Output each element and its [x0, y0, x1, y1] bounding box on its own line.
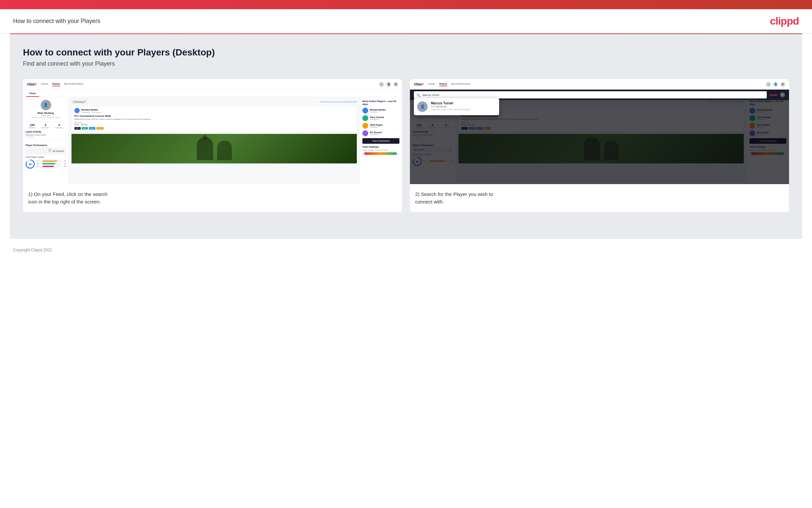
- mini-team-dashboard-button[interactable]: Team Dashboard: [363, 138, 399, 144]
- mini-player-row-4: Eli Vincent Activities: 1: [363, 130, 399, 136]
- mini-user-club: Mill Ride Golf Club, United Kingdom: [26, 117, 66, 119]
- top-gradient-bar: [0, 0, 812, 9]
- mini-player-details-2: Piers Parnell Activities: 4: [370, 116, 399, 120]
- mini-user-icon-2[interactable]: 👤: [773, 82, 778, 87]
- mini-nav-items: Home Teams My Performance: [41, 82, 375, 86]
- mini-stats-row: 129 Activities 3 Followers 4 Following: [26, 123, 66, 129]
- page-title: How to connect with your Players: [13, 18, 100, 25]
- mini-activity-desc: Walking the course with my coach to buil…: [75, 118, 354, 120]
- mini-dropdown-player-name: Eli Vincent: [53, 150, 63, 152]
- mini-body: 👤 Blair McHarg Golf Coach Mill Ride Golf…: [23, 97, 402, 184]
- mini-app-1: clippd Home Teams My Performance 🔍 👤 ⚙: [23, 79, 402, 184]
- mini-nav-home[interactable]: Home: [41, 82, 48, 86]
- mini-player-name-3: Hiral Pujara: [370, 124, 399, 126]
- mini-right-panel: Most Active Players - Last 30 days Richa…: [360, 97, 402, 184]
- search-results-dropdown: 👤 Marcus Turner 1-5 Handicap Cypress Poi…: [414, 98, 499, 115]
- mini-followers-count: 3: [42, 123, 50, 127]
- screenshot-block-2: clippd Home Teams My Performance 🔍 👤 ⚙: [410, 79, 789, 212]
- search-input-area[interactable]: 🔍 Marcus Turner: [414, 91, 767, 98]
- mini-left-panel: 👤 Blair McHarg Golf Coach Mill Ride Golf…: [23, 97, 69, 184]
- mini-player-name-1: Richard Butler: [370, 109, 399, 111]
- mini-player-acts-1: Activities: 7: [370, 111, 399, 113]
- clear-button[interactable]: CLEAR: [769, 94, 777, 96]
- mini-search-icon[interactable]: 🔍: [379, 82, 384, 87]
- mini-player-row-1: Richard Butler Activities: 7: [363, 108, 399, 114]
- caption-text-2: 2) Search for the Player you wish toconn…: [415, 190, 784, 205]
- mini-activities-label: Activities: [29, 127, 36, 129]
- mini-nav-teams-2[interactable]: Teams: [439, 82, 447, 86]
- mini-heatmap-scale: -5 +5: [363, 152, 399, 155]
- main-section: How to connect with your Players (Deskto…: [10, 34, 802, 239]
- feed-tab-bar: Feed: [23, 90, 402, 97]
- mini-duration-value: 02 hr : 00 min: [75, 123, 354, 126]
- mini-nav-perf-2[interactable]: My Performance: [451, 82, 471, 86]
- mini-settings-icon[interactable]: ⚙: [393, 82, 398, 87]
- screenshot-frame-2: clippd Home Teams My Performance 🔍 👤 ⚙: [410, 79, 789, 184]
- mini-player-perf-title: Player Performance: [26, 144, 66, 146]
- mini-nav-items-2: Home Teams My Performance: [428, 82, 762, 86]
- search-result-name: Marcus Turner: [431, 101, 471, 105]
- mini-nav-icons: 🔍 👤 ⚙: [379, 82, 398, 87]
- mini-player-performance-section: Player Performance Eli Vincent ▾ Total P…: [26, 140, 66, 169]
- mini-nav-home-2[interactable]: Home: [428, 82, 435, 86]
- mini-tag-app: APP: [82, 127, 88, 130]
- mini-tag-putt: PUTT: [96, 127, 104, 130]
- mini-dropdown-arrow: ▾: [63, 150, 64, 152]
- mini-activity-author-name: Richard Butler: [81, 108, 354, 111]
- hero-subtitle: Find and connect with your Players: [23, 60, 789, 67]
- mini-tag-arg: ARG: [89, 127, 95, 130]
- logo-text-main: clipp: [770, 15, 793, 27]
- mini-activity-card: Richard Butler Yesterday · The Grove Pre…: [71, 106, 357, 132]
- mini-navbar-2: clippd Home Teams My Performance 🔍 👤 ⚙: [410, 79, 789, 90]
- mini-search-icon-2[interactable]: 🔍: [766, 82, 771, 87]
- mini-player-acts-3: Activities: 3: [370, 126, 399, 128]
- caption-text-1: 1) On your Feed, click on the searchicon…: [28, 190, 397, 205]
- caption-area-1: 1) On your Feed, click on the searchicon…: [23, 184, 402, 212]
- mini-following-row: Following ▾ Control who can see your act…: [71, 100, 357, 104]
- caption-area-2: 2) Search for the Player you wish toconn…: [410, 184, 789, 212]
- mini-user-icon[interactable]: 👤: [386, 82, 391, 87]
- search-result-handicap: 1-5 Handicap: [431, 105, 471, 108]
- clippd-logo: clippd: [770, 15, 799, 27]
- screenshots-row: clippd Home Teams My Performance 🔍 👤 ⚙: [23, 79, 789, 212]
- mini-activity-author-avatar: [75, 108, 80, 113]
- mini-nav-icons-2: 🔍 👤 ⚙: [766, 82, 785, 87]
- mini-nav-performance[interactable]: My Performance: [64, 82, 84, 86]
- mini-dropdown-avatar: [48, 148, 52, 152]
- search-icon: 🔍: [417, 93, 420, 97]
- mini-score-value: 84: [27, 161, 34, 168]
- search-result-location: Cypress Point Club, United Kingdom: [431, 108, 471, 111]
- mini-center-panel: Following ▾ Control who can see your act…: [69, 97, 360, 184]
- mini-app-2: clippd Home Teams My Performance 🔍 👤 ⚙: [410, 79, 789, 184]
- mini-bar-arg: ARG 61: [36, 165, 66, 167]
- mini-player-dropdown[interactable]: Eli Vincent ▾: [26, 147, 66, 155]
- mini-bar-app: APP 70: [36, 163, 66, 165]
- mini-player-avatar-1: [363, 108, 368, 114]
- mini-player-name-4: Eli Vincent: [370, 131, 399, 134]
- mini-player-avatar-4: [363, 130, 368, 136]
- mini-heatmap-bar: [364, 152, 397, 155]
- mini-settings-icon-2[interactable]: ⚙: [780, 82, 785, 87]
- mini-tag-ott: OTT: [75, 127, 81, 130]
- mini-player-details-3: Hiral Pujara Activities: 3: [370, 124, 399, 128]
- mini-player-row-2: Piers Parnell Activities: 4: [363, 115, 399, 121]
- logo-text-accent: d: [793, 15, 799, 27]
- mini-activity-author-sub: Yesterday · The Grove: [81, 111, 354, 113]
- mini-following-button[interactable]: Following ▾: [71, 100, 87, 104]
- close-search-button[interactable]: ✕: [780, 92, 785, 97]
- mini-control-link[interactable]: Control who can see your activity and da…: [320, 101, 357, 103]
- mini-golfer-image: [71, 134, 357, 163]
- feed-tab[interactable]: Feed: [26, 91, 39, 97]
- mini-heatmap-subtitle: Player Quality · 20 Round Trend: [363, 149, 399, 151]
- mini-score-circle: 84: [26, 160, 35, 169]
- mini-followers-label: Followers: [42, 127, 50, 129]
- mini-logo: clippd: [27, 82, 36, 86]
- mini-activity-tags: OTT APP ARG PUTT: [75, 127, 354, 130]
- search-result-item[interactable]: 👤 Marcus Turner 1-5 Handicap Cypress Poi…: [417, 101, 496, 112]
- mini-player-name-2: Piers Parnell: [370, 116, 399, 119]
- mini-nav-teams[interactable]: Teams: [52, 82, 60, 86]
- mini-activity-date: 27 Jul 2022: [26, 136, 66, 138]
- page-footer: Copyright Clippd 2022: [0, 242, 812, 258]
- mini-player-details-4: Eli Vincent Activities: 1: [370, 131, 399, 135]
- mini-player-acts-2: Activities: 4: [370, 119, 399, 120]
